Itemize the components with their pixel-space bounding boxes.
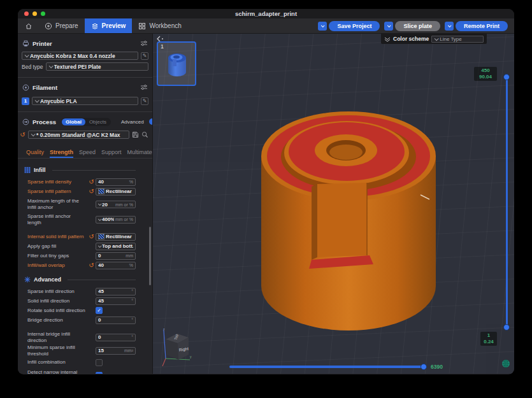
setting-unit: mm or % — [115, 217, 133, 222]
checkbox[interactable]: ✓ — [96, 307, 103, 314]
layer-slider-top-badge: 450 90.04 — [474, 67, 497, 81]
setting-row: Solid infill direction45° — [24, 297, 136, 305]
filament-slot-badge[interactable]: 1 — [22, 97, 29, 105]
setting-row: Detect narrow internal solid infill✓ — [24, 368, 136, 374]
tab-prepare[interactable]: Prepare — [38, 18, 85, 33]
svg-text:y: y — [190, 355, 192, 359]
tab-speed[interactable]: Speed — [79, 149, 96, 158]
setting-row: Sparse infill anchor length400%mm or % — [24, 213, 136, 225]
tab-multimaterial[interactable]: Multimaterial — [127, 149, 153, 158]
reset-setting-icon[interactable]: ↺ — [89, 188, 94, 195]
chevron-down-icon — [435, 36, 439, 41]
value-input[interactable]: 0mm — [96, 252, 136, 260]
setting-value: 40 — [98, 179, 128, 185]
main-toolbar: Prepare Preview Workbench Save Project — [18, 18, 514, 34]
reset-preset-icon[interactable]: ↺ — [20, 132, 25, 138]
save-preset-icon[interactable] — [132, 131, 139, 138]
bed-type-dropdown[interactable]: Textured PEI Plate — [46, 62, 148, 71]
value-input[interactable]: 45° — [96, 297, 136, 305]
setting-label: Infill combination — [27, 359, 89, 366]
app-window: schirm_adapter_print Prepare Preview Wor — [18, 9, 514, 374]
value-input[interactable]: 40% — [96, 262, 136, 269]
setting-row: Internal bridge infill direction0° — [24, 331, 136, 343]
tab-quality[interactable]: Quality — [26, 149, 44, 158]
chevron-down-icon — [35, 98, 40, 103]
reset-setting-icon[interactable]: ↺ — [89, 179, 94, 185]
checkbox[interactable]: ✓ — [96, 372, 103, 374]
preview-viewport[interactable]: 1 Color scheme — [153, 34, 514, 374]
slice-plate-menu-button[interactable] — [384, 22, 393, 31]
setting-label: Internal bridge infill direction — [27, 331, 89, 343]
svg-text:z: z — [163, 327, 165, 331]
chevron-down-icon — [98, 244, 102, 248]
plate-thumbnail[interactable]: 1 — [157, 41, 196, 86]
reset-setting-icon[interactable]: ↺ — [89, 262, 94, 269]
pattern-dropdown[interactable]: Rectilinear — [96, 233, 136, 241]
settings-groups: InfillSparse infill density↺40%Sparse in… — [18, 159, 152, 374]
bottom-layer-number: 1 — [483, 332, 494, 339]
chevron-down-icon — [98, 202, 102, 206]
infill-pattern-icon — [98, 188, 104, 194]
tab-support[interactable]: Support — [101, 149, 122, 158]
setting-unit: ° — [131, 335, 133, 339]
edit-filament-icon[interactable]: ✎ — [141, 97, 148, 105]
prepare-icon — [45, 22, 52, 30]
advanced-icon — [24, 276, 31, 283]
navigation-cube[interactable]: z y Top Right — [161, 327, 194, 367]
layer-slider-track[interactable] — [506, 77, 508, 329]
scope-objects[interactable]: Objects — [85, 118, 110, 125]
divider — [52, 170, 136, 171]
value-input[interactable]: 0° — [96, 334, 136, 341]
move-slider-handle[interactable] — [421, 364, 427, 370]
scope-global[interactable]: Global — [62, 118, 85, 125]
save-project-button[interactable]: Save Project — [329, 21, 380, 31]
setting-value: 15 — [98, 348, 123, 353]
layer-slider-bottom-handle[interactable] — [503, 324, 510, 330]
sliced-model[interactable] — [247, 95, 457, 343]
tab-workbench[interactable]: Workbench — [132, 18, 187, 33]
filament-preset-dropdown[interactable]: Anycubic PLA — [32, 97, 138, 105]
double-chevron-icon[interactable] — [384, 36, 391, 42]
value-dropdown[interactable]: Top and bott... — [96, 243, 136, 250]
edit-printer-icon[interactable]: ✎ — [141, 52, 148, 60]
printer-icon — [22, 40, 29, 47]
home-button[interactable] — [19, 18, 38, 33]
move-slider-track[interactable] — [229, 366, 426, 368]
reset-setting-icon[interactable]: ↺ — [89, 234, 94, 240]
filament-settings-icon[interactable] — [140, 84, 148, 90]
setting-unit: mm or % — [115, 203, 133, 207]
value-input[interactable]: 15mm² — [96, 347, 136, 355]
tab-preview[interactable]: Preview — [85, 18, 133, 33]
process-preset-value: * 0.20mm Standard @AC K2 Max — [36, 132, 120, 138]
setting-unit: mm² — [124, 348, 133, 353]
value-input[interactable]: 40% — [96, 178, 136, 186]
printer-preset-dropdown[interactable]: Anycubic Kobra 2 Max 0.4 nozzle — [22, 52, 138, 60]
remote-print-button[interactable]: Remote Print — [456, 21, 508, 31]
value-dropdown[interactable]: 400%mm or % — [96, 216, 136, 224]
title-bar: schirm_adapter_print — [18, 9, 514, 18]
tab-strength[interactable]: Strength — [50, 149, 73, 158]
top-layer-height: 90.04 — [477, 74, 494, 80]
value-input[interactable]: 45° — [96, 288, 136, 295]
sidebar-scrollbar[interactable] — [149, 227, 151, 285]
chevron-down-icon — [448, 24, 452, 27]
value-input[interactable]: 0° — [96, 316, 136, 324]
value-dropdown[interactable]: 20mm or % — [96, 201, 136, 208]
workbench-icon — [138, 22, 146, 30]
setting-row: Sparse infill direction45° — [24, 287, 136, 295]
pattern-dropdown[interactable]: Rectilinear — [96, 188, 136, 195]
remote-print-menu-button[interactable] — [445, 22, 454, 31]
setting-value: 45 — [98, 288, 130, 294]
setting-label: Sparse infill direction — [27, 288, 89, 295]
slice-plate-button[interactable]: Slice plate — [395, 21, 440, 31]
globe-icon[interactable] — [501, 359, 510, 368]
printer-settings-icon[interactable] — [140, 40, 148, 46]
checkbox[interactable] — [96, 359, 103, 366]
layer-slider-top-handle[interactable] — [503, 74, 510, 80]
scope-switch[interactable]: Global Objects — [61, 118, 111, 126]
color-scheme-label: Color scheme — [393, 36, 429, 42]
save-project-menu-button[interactable] — [318, 22, 327, 31]
color-scheme-dropdown[interactable]: Line Type — [431, 36, 484, 43]
search-icon[interactable] — [141, 131, 148, 138]
process-preset-dropdown[interactable]: * 0.20mm Standard @AC K2 Max — [28, 131, 129, 139]
